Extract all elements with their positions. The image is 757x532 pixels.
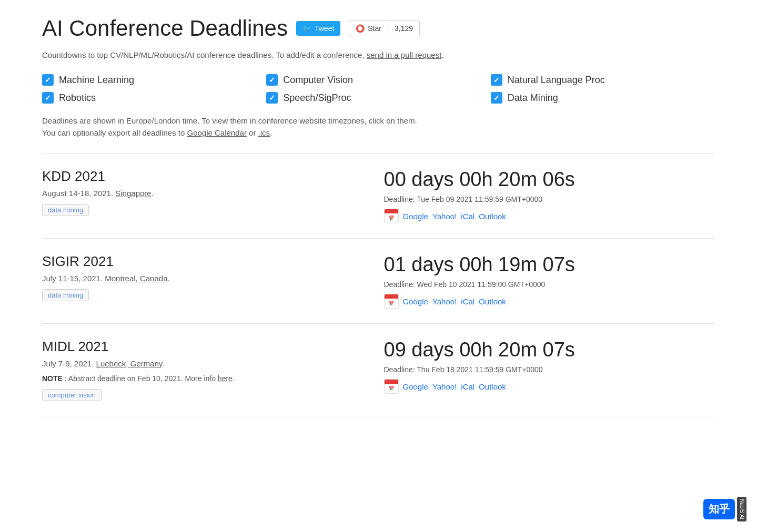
tag-sigir-0[interactable]: data mining [42, 289, 89, 301]
google-cal-midl[interactable]: Google [403, 382, 428, 391]
countdown-midl: 09 days 00h 20m 07s [384, 339, 715, 361]
conf-location-midl[interactable]: Luebeck, Germany [96, 359, 163, 368]
google-calendar-link[interactable]: Google Calendar [187, 128, 246, 137]
filter-dm-label: Data Mining [508, 93, 558, 104]
yahoo-cal-midl[interactable]: Yahoo! [432, 382, 457, 391]
conf-left-kdd: KDD 2021 August 14-18, 2021. Singapore. … [42, 168, 374, 223]
export-note: You can optionally export all deadlines … [42, 128, 715, 137]
outlook-sigir[interactable]: Outlook [479, 297, 506, 306]
checkbox-speech[interactable] [266, 92, 278, 104]
conference-row-midl: MIDL 2021 July 7-9, 2021. Luebeck, Germa… [42, 324, 715, 416]
outlook-kdd[interactable]: Outlook [479, 212, 506, 221]
filter-speech[interactable]: Speech/SigProc [266, 92, 490, 104]
filter-ml[interactable]: Machine Learning [42, 74, 266, 86]
tag-midl-0[interactable]: computer vision [42, 389, 102, 401]
github-icon: ⭕ [356, 24, 365, 33]
filters-container: Machine Learning Computer Vision Natural… [42, 74, 715, 104]
filter-cv-label: Computer Vision [283, 75, 353, 86]
conf-note-midl: NOTE : Abstract deadline on Feb 10, 2021… [42, 374, 374, 383]
google-cal-sigir[interactable]: Google [403, 297, 428, 306]
star-group: ⭕ Star 3,129 [349, 21, 420, 36]
ical-kdd[interactable]: iCal [461, 212, 475, 221]
outlook-midl[interactable]: Outlook [479, 382, 506, 391]
ics-link[interactable]: .ics [258, 128, 270, 137]
conf-location-kdd[interactable]: Singapore [115, 189, 151, 198]
conf-left-midl: MIDL 2021 July 7-9, 2021. Luebeck, Germa… [42, 339, 374, 401]
ical-midl[interactable]: iCal [461, 382, 475, 391]
ical-sigir[interactable]: iCal [461, 297, 475, 306]
conference-list: KDD 2021 August 14-18, 2021. Singapore. … [42, 153, 715, 416]
page-title: AI Conference Deadlines [42, 16, 288, 41]
conf-location-sigir[interactable]: Montreal, Canada [105, 274, 167, 283]
tag-kdd-0[interactable]: data mining [42, 204, 89, 216]
calendar-icon-sigir: 📅 [384, 294, 399, 309]
calendar-icon-kdd: 📅 [384, 209, 399, 223]
conf-right-kdd: 00 days 00h 20m 06s Deadline: Tue Feb 09… [384, 168, 715, 223]
filter-cv[interactable]: Computer Vision [266, 74, 490, 86]
cal-links-midl: 📅 Google Yahoo! iCal Outlook [384, 379, 715, 394]
conf-name-midl[interactable]: MIDL 2021 [42, 339, 374, 355]
yahoo-cal-kdd[interactable]: Yahoo! [432, 212, 457, 221]
conference-row-sigir: SIGIR 2021 July 11-15, 2021. Montreal, C… [42, 239, 715, 324]
checkbox-dm[interactable] [491, 92, 502, 104]
subtitle: Countdowns to top CV/NLP/ML/Robotics/AI … [42, 50, 715, 59]
pull-request-link[interactable]: send in a pull request [367, 50, 442, 59]
twitter-icon: 🐦 [302, 24, 311, 33]
deadline-sigir: Deadline: Wed Feb 10 2021 11:59:00 GMT+0… [384, 280, 715, 289]
checkbox-nlp[interactable] [491, 74, 502, 86]
filter-robotics-label: Robotics [59, 93, 96, 104]
page-header: AI Conference Deadlines 🐦 Tweet ⭕ Star 3… [42, 16, 715, 41]
conf-name-sigir[interactable]: SIGIR 2021 [42, 253, 374, 270]
yahoo-cal-sigir[interactable]: Yahoo! [432, 297, 457, 306]
cal-links-sigir: 📅 Google Yahoo! iCal Outlook [384, 294, 715, 309]
conf-dates-kdd: August 14-18, 2021. Singapore. [42, 189, 374, 198]
conf-dates-midl: July 7-9, 2021. Luebeck, Germany. [42, 359, 374, 368]
conf-note-link-midl[interactable]: here [218, 374, 233, 383]
timezone-note: Deadlines are shown in Europe/London tim… [42, 116, 715, 125]
filter-dm[interactable]: Data Mining [491, 92, 715, 104]
filter-ml-label: Machine Learning [59, 75, 134, 86]
calendar-icon-midl: 📅 [384, 379, 399, 394]
star-button[interactable]: ⭕ Star [349, 21, 388, 36]
deadline-midl: Deadline: Thu Feb 18 2021 11:59:59 GMT+0… [384, 365, 715, 374]
tweet-button[interactable]: 🐦 Tweet [296, 21, 340, 36]
countdown-kdd: 00 days 00h 20m 06s [384, 168, 715, 191]
filter-nlp[interactable]: Natural Language Proc [491, 74, 715, 86]
checkbox-ml[interactable] [42, 74, 54, 86]
conf-name-kdd[interactable]: KDD 2021 [42, 168, 374, 185]
countdown-sigir: 01 days 00h 19m 07s [384, 253, 715, 276]
star-count: 3,129 [388, 21, 420, 36]
conference-row-kdd: KDD 2021 August 14-18, 2021. Singapore. … [42, 154, 715, 239]
conf-right-midl: 09 days 00h 20m 07s Deadline: Thu Feb 18… [384, 339, 715, 401]
google-cal-kdd[interactable]: Google [403, 212, 428, 221]
filter-speech-label: Speech/SigProc [283, 93, 351, 104]
checkbox-robotics[interactable] [42, 92, 54, 104]
filter-nlp-label: Natural Language Proc [508, 75, 605, 86]
conf-right-sigir: 01 days 00h 19m 07s Deadline: Wed Feb 10… [384, 253, 715, 309]
checkbox-cv[interactable] [266, 74, 278, 86]
conf-dates-sigir: July 11-15, 2021. Montreal, Canada. [42, 274, 374, 283]
conf-left-sigir: SIGIR 2021 July 11-15, 2021. Montreal, C… [42, 253, 374, 309]
deadline-kdd: Deadline: Tue Feb 09 2021 11:59:59 GMT+0… [384, 195, 715, 203]
cal-links-kdd: 📅 Google Yahoo! iCal Outlook [384, 209, 715, 223]
filter-robotics[interactable]: Robotics [42, 92, 266, 104]
